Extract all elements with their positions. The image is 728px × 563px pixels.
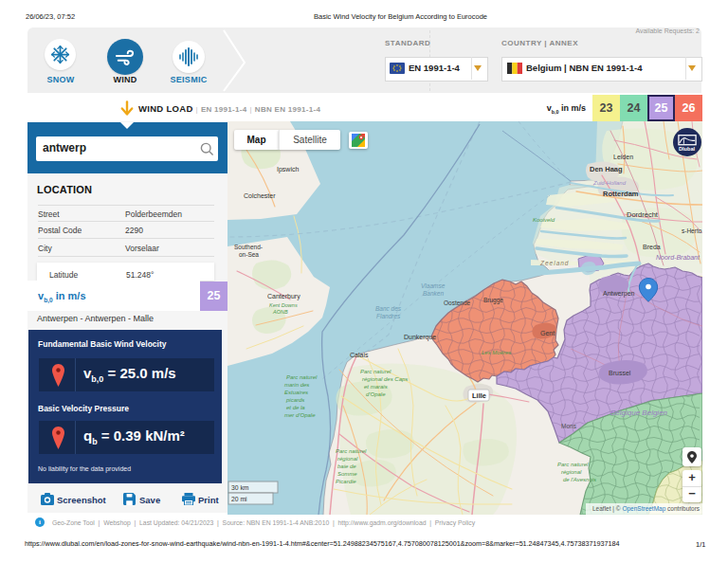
- svg-text:Brussel: Brussel: [609, 370, 631, 376]
- svg-text:régional: régional: [337, 456, 358, 462]
- svg-text:Mons: Mons: [561, 423, 577, 429]
- svg-text:marin des: marin des: [284, 382, 309, 388]
- svg-text:d'Opale: d'Opale: [366, 391, 386, 397]
- svg-text:Canterbury: Canterbury: [267, 293, 300, 300]
- svg-text:Les Moëres: Les Moëres: [482, 350, 511, 355]
- svg-text:régional: régional: [561, 469, 582, 475]
- svg-text:30 km: 30 km: [231, 484, 249, 491]
- svg-text:AONB: AONB: [272, 309, 288, 315]
- svg-text:Oostende: Oostende: [444, 300, 471, 306]
- svg-text:on-Sea: on-Sea: [239, 251, 259, 258]
- svg-text:mer d'Opale: mer d'Opale: [284, 412, 316, 418]
- svg-text:Parc naturel: Parc naturel: [360, 369, 391, 374]
- svg-text:Leiden: Leiden: [613, 154, 633, 160]
- svg-text:et marais: et marais: [364, 384, 388, 390]
- svg-text:picards: picards: [285, 397, 304, 403]
- svg-text:Parc naturel: Parc naturel: [557, 462, 589, 467]
- svg-text:Den Haag: Den Haag: [590, 165, 623, 173]
- svg-text:Colchester: Colchester: [244, 192, 276, 199]
- svg-text:Banc des: Banc des: [375, 305, 402, 312]
- svg-text:Ipswich: Ipswich: [277, 166, 299, 173]
- svg-text:Leaflet | © OpenStreetMap cont: Leaflet | © OpenStreetMap contributors: [592, 505, 701, 513]
- svg-text:Dlubal: Dlubal: [679, 146, 696, 152]
- svg-text:Kooiveld: Kooiveld: [533, 217, 555, 223]
- svg-text:de l'Avesnois: de l'Avesnois: [563, 477, 596, 482]
- svg-text:Gent: Gent: [540, 330, 555, 336]
- svg-text:Lille: Lille: [472, 391, 486, 400]
- svg-text:Dordrecht: Dordrecht: [627, 210, 659, 219]
- svg-text:Picardie: Picardie: [336, 479, 356, 484]
- svg-text:Noord-Brabant: Noord-Brabant: [656, 254, 701, 261]
- svg-text:Brugge: Brugge: [483, 297, 503, 304]
- svg-text:Belgique Belgien: Belgique Belgien: [610, 409, 668, 417]
- svg-text:Rotterdam: Rotterdam: [603, 190, 639, 198]
- svg-text:Antwerpen: Antwerpen: [603, 290, 635, 298]
- svg-text:Parc naturel: Parc naturel: [336, 448, 367, 454]
- svg-text:et de la: et de la: [286, 405, 305, 410]
- svg-text:Breda: Breda: [643, 244, 661, 250]
- svg-text:Zeeland: Zeeland: [539, 260, 570, 266]
- svg-text:Estuaires: Estuaires: [284, 390, 308, 395]
- svg-text:20 mi: 20 mi: [231, 496, 247, 502]
- svg-text:Flandres: Flandres: [376, 313, 401, 319]
- svg-text:Kent Downs: Kent Downs: [269, 302, 298, 308]
- svg-text:Banken: Banken: [423, 290, 444, 297]
- svg-text:s-Herto: s-Herto: [682, 227, 702, 234]
- svg-text:baie de: baie de: [337, 463, 356, 469]
- svg-text:Somme: Somme: [337, 471, 357, 477]
- svg-text:Calais: Calais: [350, 352, 369, 358]
- svg-text:Zuid-Holland: Zuid-Holland: [592, 180, 627, 186]
- svg-text:régional des Caps: régional des Caps: [362, 376, 408, 382]
- svg-text:Parc naturel: Parc naturel: [286, 374, 318, 380]
- svg-text:Southend-: Southend-: [234, 244, 263, 250]
- svg-text:Vlaamse: Vlaamse: [421, 282, 446, 289]
- svg-text:Dunkerque: Dunkerque: [404, 334, 436, 341]
